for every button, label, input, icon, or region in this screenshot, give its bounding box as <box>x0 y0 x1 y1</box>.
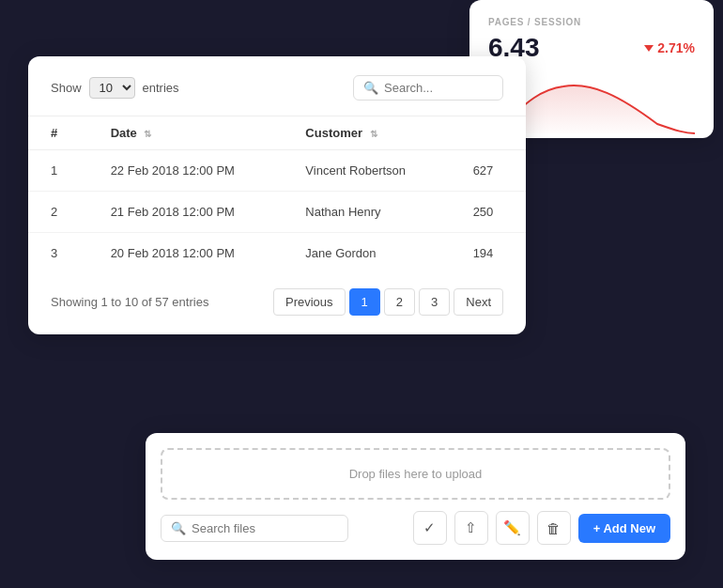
cell-num: 3 <box>28 233 88 274</box>
cell-value: 627 <box>451 150 526 192</box>
page-3-button[interactable]: 3 <box>419 288 450 316</box>
cell-value: 194 <box>451 233 526 274</box>
table-toolbar: Show 10 25 50 entries 🔍 <box>28 75 526 116</box>
check-button[interactable]: ✓ <box>413 511 447 545</box>
stats-change: 2.71% <box>644 40 695 55</box>
table-body: 1 22 Feb 2018 12:00 PM Vincent Robertson… <box>28 150 526 274</box>
drop-zone[interactable]: Drop files here to upload <box>161 448 670 500</box>
share-button[interactable]: ⇧ <box>454 511 488 545</box>
trend-down-icon <box>644 45 654 52</box>
entries-select[interactable]: 10 25 50 <box>89 77 135 99</box>
show-label: Show <box>51 81 82 95</box>
next-button[interactable]: Next <box>454 288 503 316</box>
cell-date: 20 Feb 2018 12:00 PM <box>88 233 284 274</box>
data-table: # Date ⇅ Customer ⇅ 1 22 Feb 2018 12:00 … <box>28 116 526 273</box>
table-row: 3 20 Feb 2018 12:00 PM Jane Gordon 194 <box>28 233 526 274</box>
col-customer: Customer ⇅ <box>283 116 450 150</box>
table-card: Show 10 25 50 entries 🔍 # Date ⇅ Custome… <box>28 56 526 334</box>
cell-date: 21 Feb 2018 12:00 PM <box>88 192 284 233</box>
prev-button[interactable]: Previous <box>273 288 346 316</box>
search-icon: 🔍 <box>363 81 378 95</box>
stats-change-value: 2.71% <box>657 40 695 55</box>
table-header-row: # Date ⇅ Customer ⇅ <box>28 116 526 150</box>
cell-value: 250 <box>451 192 526 233</box>
upload-toolbar: 🔍 ✓ ⇧ ✏️ 🗑 + Add New <box>146 500 685 560</box>
cell-customer: Jane Gordon <box>283 233 450 274</box>
delete-button[interactable]: 🗑 <box>537 511 571 545</box>
sort-date-icon: ⇅ <box>144 129 151 139</box>
page-2-button[interactable]: 2 <box>384 288 415 316</box>
search-input[interactable] <box>384 81 493 95</box>
file-search-box: 🔍 <box>161 515 348 542</box>
col-value <box>451 116 526 150</box>
col-date: Date ⇅ <box>88 116 284 150</box>
pagination: Previous 1 2 3 Next <box>273 288 503 316</box>
table-row: 2 21 Feb 2018 12:00 PM Nathan Henry 250 <box>28 192 526 233</box>
show-entries: Show 10 25 50 entries <box>51 77 179 99</box>
sort-customer-icon: ⇅ <box>370 129 377 139</box>
add-new-button[interactable]: + Add New <box>578 514 670 543</box>
search-box: 🔍 <box>353 75 503 101</box>
file-search-icon: 🔍 <box>171 521 186 535</box>
stats-label: Pages / Session <box>488 17 695 27</box>
drop-text: Drop files here to upload <box>349 467 483 481</box>
cell-num: 1 <box>28 150 88 192</box>
col-num: # <box>28 116 88 150</box>
cell-date: 22 Feb 2018 12:00 PM <box>88 150 284 192</box>
cell-customer: Nathan Henry <box>283 192 450 233</box>
cell-num: 2 <box>28 192 88 233</box>
showing-text: Showing 1 to 10 of 57 entries <box>51 295 208 309</box>
upload-card: Drop files here to upload 🔍 ✓ ⇧ ✏️ 🗑 + A… <box>146 433 685 560</box>
file-search-input[interactable] <box>192 521 338 535</box>
table-footer: Showing 1 to 10 of 57 entries Previous 1… <box>28 273 526 316</box>
table-row: 1 22 Feb 2018 12:00 PM Vincent Robertson… <box>28 150 526 192</box>
page-1-button[interactable]: 1 <box>349 288 380 316</box>
cell-customer: Vincent Robertson <box>283 150 450 192</box>
entries-label: entries <box>143 81 179 95</box>
edit-button[interactable]: ✏️ <box>496 511 530 545</box>
upload-actions: ✓ ⇧ ✏️ 🗑 + Add New <box>413 511 670 545</box>
